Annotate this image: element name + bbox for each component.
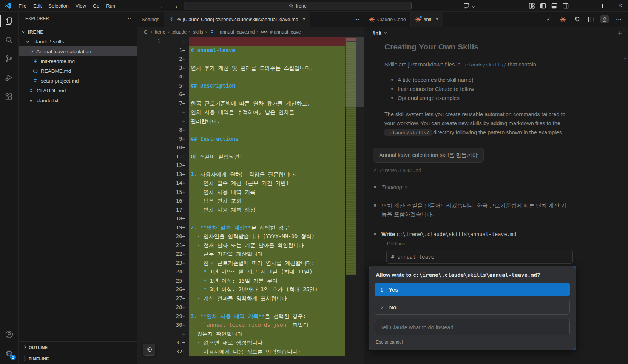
toggle-primary-sidebar-icon[interactable]: [539, 0, 547, 11]
timeline-section[interactable]: TIMELINE: [19, 353, 137, 364]
breadcrumb-item[interactable]: skills: [193, 29, 203, 35]
diff-line-added[interactable]: 11+이 스킬이 실행되면:: [137, 152, 345, 161]
explorer-more-icon[interactable]: ⋯: [126, 15, 131, 22]
breadcrumb-item[interactable]: C:: [144, 29, 149, 35]
window-minimize-button[interactable]: ─: [580, 0, 596, 11]
diff-line-added[interactable]: 25+ * 1년 이상: 15일 기본 부여: [137, 276, 345, 286]
diff-line-added[interactable]: 28+: [137, 303, 345, 312]
minimap-slider[interactable]: [345, 37, 364, 107]
diff-line-deleted[interactable]: 1-: [137, 37, 345, 46]
diff-line-added[interactable]: 5+## Description: [137, 81, 345, 91]
nav-forward-icon[interactable]: →: [173, 3, 178, 9]
diff-line-added[interactable]: 7+한국 근로기준법에 따른 연차 휴가를 계산하고,: [137, 99, 345, 108]
breadcrumb-item[interactable]: annual-leave.md: [220, 29, 255, 35]
diff-line-added[interactable]: 13+1. 사용자에게 원하는 작업을 질문합니다:: [137, 170, 345, 179]
diff-line-added[interactable]: +관리합니다.: [137, 117, 345, 126]
diff-line-added[interactable]: 32+ - 사용자에게 다음 정보를 입력받습니다:: [137, 347, 345, 356]
editor-tabs-more-icon[interactable]: ⋯: [349, 12, 364, 27]
diff-line-added[interactable]: 14+ - 연차 일수 계산 (근무 기간 기반): [137, 179, 345, 188]
diff-line-added[interactable]: 16+ - 남은 연차 조회: [137, 197, 345, 206]
diff-line-added[interactable]: + 있는지 확인합니다: [137, 330, 345, 339]
extensions-icon[interactable]: [0, 87, 18, 106]
revert-icon[interactable]: [572, 15, 581, 23]
diff-line-added[interactable]: 30+ - `annual-leave-records.json` 파일이: [137, 321, 345, 330]
close-icon[interactable]: ×: [302, 16, 306, 22]
menu-run[interactable]: Run: [103, 2, 119, 10]
scrollbar-up-arrow[interactable]: ▲: [623, 56, 627, 60]
diff-line-added[interactable]: 24+ * 1년 미만: 월 개근 시 1일 (최대 11일): [137, 267, 345, 276]
tree-item-readme-md[interactable]: README.md: [19, 66, 137, 76]
dialog-option-yes[interactable]: 1Yes: [375, 283, 570, 296]
diff-line-added[interactable]: 26+ * 3년 이상: 2년마다 1일 추가 (최대 25일): [137, 285, 345, 294]
breadcrumb-item[interactable]: irene: [155, 29, 165, 35]
tree-item-irene[interactable]: IRENE: [19, 27, 137, 37]
diff-line-added[interactable]: 31+ - 없으면 새로 생성합니다: [137, 338, 345, 347]
tab-claude-code[interactable]: Claude Code: [364, 12, 411, 27]
source-control-icon[interactable]: [0, 49, 18, 68]
settings-gear-icon[interactable]: ⚙ 1: [0, 344, 18, 362]
split-editor-icon[interactable]: [586, 15, 595, 23]
diff-line-added[interactable]: 15+ - 연차 사용 내역 기록: [137, 188, 345, 197]
diff-line-added[interactable]: 22+ - 근무 기간을 계산합니다: [137, 250, 345, 259]
diff-line-added[interactable]: +연차 사용 내역을 추적하며, 남은 연차를: [137, 108, 345, 117]
new-session-button[interactable]: +: [618, 29, 622, 37]
discard-changes-button[interactable]: [143, 344, 155, 356]
menu-more[interactable]: ⋯: [119, 2, 130, 10]
diff-line-added[interactable]: 12+: [137, 161, 345, 170]
tab-settings[interactable]: Settings: [137, 12, 164, 27]
menu-view[interactable]: View: [72, 2, 89, 10]
panel-more-icon[interactable]: ⋯: [614, 15, 623, 23]
diff-line-added[interactable]: 4+: [137, 72, 345, 81]
diff-line-added[interactable]: 18+: [137, 214, 345, 223]
diff-line-added[interactable]: 17+ - 연차 사용 계획 생성: [137, 206, 345, 215]
breadcrumb-symbol[interactable]: # annual-leave: [270, 29, 301, 35]
tree-item-annual-leave-calculation[interactable]: Annual leave calculation: [19, 46, 137, 56]
diff-line-added[interactable]: 2+: [137, 55, 345, 64]
nav-back-icon[interactable]: ←: [160, 3, 166, 9]
tab-annual-leave-diff[interactable]: ✳ [Claude Code] c:\irene\.claude\skills\…: [164, 12, 310, 27]
thinking-toggle[interactable]: Thinking: [381, 183, 408, 192]
tree-item-init-readme-md[interactable]: init-readme.md: [19, 56, 137, 66]
tree-item-claude-skills[interactable]: .claude \ skills: [19, 37, 137, 46]
diff-line-added[interactable]: 21+ - 현재 날짜 또는 기준 날짜를 확인합니다: [137, 241, 345, 250]
claude-action-icon[interactable]: [559, 15, 567, 23]
diff-line-added[interactable]: 6+: [137, 90, 345, 99]
outline-section[interactable]: OUTLINE: [19, 341, 137, 353]
menu-file[interactable]: File: [15, 2, 30, 10]
diff-line-added[interactable]: 29+3. **연차 사용 내역 기록**을 선택한 경우:: [137, 312, 345, 321]
toggle-panel-icon[interactable]: [550, 0, 559, 11]
menu-selection[interactable]: Selection: [45, 2, 72, 10]
breadcrumb-item[interactable]: .claude: [171, 29, 187, 35]
tree-item-setup-project-md[interactable]: setup-project.md: [19, 76, 137, 86]
instead-input[interactable]: Tell Claude what to do instead: [375, 319, 570, 335]
menu-edit[interactable]: Edit: [30, 2, 45, 10]
copilot-chat-button[interactable]: [463, 0, 475, 11]
tree-item-claude-txt[interactable]: ≡claude.txt: [19, 95, 137, 105]
customize-layout-icon[interactable]: [528, 0, 536, 11]
session-dropdown[interactable]: /init: [373, 30, 387, 36]
diff-line-added[interactable]: 9+## Instructions: [137, 135, 345, 144]
diff-line-added[interactable]: 23+ - 한국 근로기준법에 따라 연차를 계산합니다:: [137, 259, 345, 268]
diff-line-added[interactable]: 1+# annual-leave: [137, 46, 345, 55]
diff-line-added[interactable]: 3+연차 휴가 계산 및 관리를 도와주는 스킬입니다.: [137, 64, 345, 73]
search-sidebar-icon[interactable]: [0, 31, 18, 49]
diff-line-added[interactable]: 8+: [137, 126, 345, 135]
diff-line-added[interactable]: 20+ - 입사일을 입력받습니다 (YYYY-MM-DD 형식): [137, 232, 345, 241]
tab-init[interactable]: /init ×: [411, 12, 443, 27]
diff-line-added[interactable]: 19+2. **연차 일수 계산**을 선택한 경우:: [137, 223, 345, 232]
window-maximize-button[interactable]: [596, 0, 612, 11]
window-close-button[interactable]: ×: [612, 0, 628, 11]
menu-go[interactable]: Go: [89, 2, 103, 10]
diff-line-added[interactable]: 27+ - 계산 결과를 명확하게 표시합니다: [137, 294, 345, 303]
tree-item-claude-md[interactable]: CLAUDE.md: [19, 86, 137, 95]
diff-line-added[interactable]: 10+: [137, 143, 345, 152]
toggle-secondary-sidebar-icon[interactable]: [562, 0, 570, 11]
accept-check-icon[interactable]: ✓: [545, 15, 553, 23]
run-debug-icon[interactable]: [0, 68, 18, 87]
lock-icon[interactable]: [600, 15, 609, 23]
dialog-option-no[interactable]: 2No: [375, 300, 570, 315]
account-icon[interactable]: [0, 325, 18, 344]
close-icon[interactable]: ×: [435, 16, 438, 22]
command-center-search[interactable]: irene: [184, 2, 412, 10]
explorer-icon[interactable]: [0, 12, 18, 31]
